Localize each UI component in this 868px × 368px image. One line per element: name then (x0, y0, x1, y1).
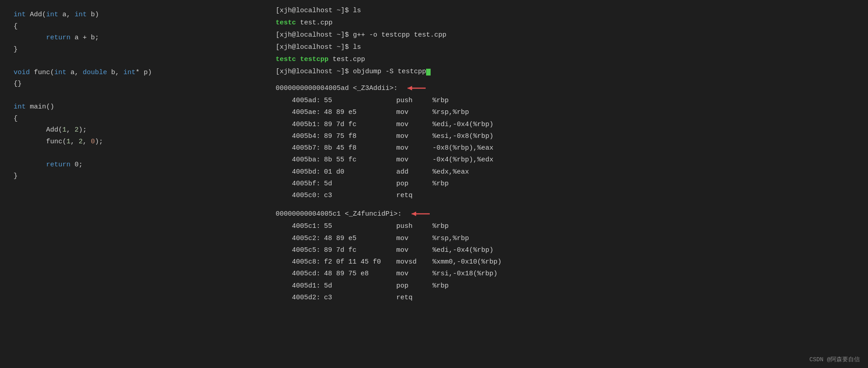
code-line: void func(int a, double b, int* p) (14, 67, 249, 79)
code-line: int main() (14, 101, 249, 113)
svg-marker-3 (412, 212, 416, 216)
code-line (14, 55, 249, 67)
svg-marker-1 (408, 86, 412, 90)
asm-row: 4005d2:c3retq (276, 292, 505, 304)
terminal-line: testc testcpp test.cpp (276, 53, 854, 66)
asm-row: 4005c1:55push%rbp (276, 221, 505, 232)
right-panel: [xjh@localhost ~]$ lstestc test.cpp[xjh@… (262, 0, 868, 368)
asm-row: 4005b4:89 75 f8mov%esi,-0x8(%rbp) (276, 131, 497, 142)
code-line: int Add(int a, int b) (14, 9, 249, 21)
asm-section-header: 00000000004005c1 <_Z4funcidPi>: (276, 209, 854, 219)
source-code: int Add(int a, int b){ return a + b;} vo… (14, 9, 249, 182)
asm-row: 4005ae:48 89 e5mov%rsp,%rbp (276, 107, 497, 118)
code-line: {} (14, 78, 249, 90)
asm-row: 4005bf:5dpop%rbp (276, 178, 497, 190)
watermark: CSDN @阿森要自信 (809, 355, 860, 363)
asm-row: 4005c0:c3retq (276, 190, 497, 202)
asm-row: 4005c2:48 89 e5mov%rsp,%rbp (276, 233, 505, 245)
code-line: { (14, 21, 249, 33)
code-line: } (14, 44, 249, 56)
asm-section-header: 0000000000004005ad <_Z3Addii>: (276, 83, 854, 93)
asm-row: 4005b7:8b 45 f8mov-0x8(%rbp),%eax (276, 142, 497, 154)
asm-table: 4005ad:55push%rbp 4005ae:48 89 e5mov%rsp… (276, 95, 497, 202)
asm-row: 4005d1:5dpop%rbp (276, 280, 505, 292)
asm-row: 4005c8:f2 0f 11 45 f0movsd%xmm0,-0x10(%r… (276, 256, 505, 268)
code-line: return a + b; (14, 32, 249, 44)
terminal-line: testc test.cpp (276, 17, 854, 29)
terminal-line: [xjh@localhost ~]$ ls (276, 5, 854, 17)
code-line: } (14, 170, 249, 182)
terminal-line: [xjh@localhost ~]$ ls (276, 41, 854, 53)
terminal-line: [xjh@localhost ~]$ objdump -S testcpp (276, 66, 854, 78)
code-line (14, 90, 249, 102)
asm-row: 4005c5:89 7d fcmov%edi,-0x4(%rbp) (276, 245, 505, 256)
code-line: { (14, 113, 249, 125)
asm-row: 4005ad:55push%rbp (276, 95, 497, 107)
asm-row: 4005cd:48 89 75 e8mov%rsi,-0x18(%rbp) (276, 268, 505, 280)
arrow-icon (408, 209, 431, 219)
terminal-line: [xjh@localhost ~]$ g++ -o testcpp test.c… (276, 29, 854, 41)
asm-row: 4005b1:89 7d fcmov%edi,-0x4(%rbp) (276, 119, 497, 131)
left-panel: int Add(int a, int b){ return a + b;} vo… (0, 0, 262, 368)
asm-row: 4005ba:8b 55 fcmov-0x4(%rbp),%edx (276, 154, 497, 166)
code-line: Add(1, 2); (14, 124, 249, 136)
terminal-cursor (426, 69, 431, 75)
code-line: return 0; (14, 159, 249, 171)
asm-sections: 0000000000004005ad <_Z3Addii>: 4005ad:55… (276, 83, 854, 304)
code-line: func(1, 2, 0); (14, 136, 249, 148)
terminal-block: [xjh@localhost ~]$ lstestc test.cpp[xjh@… (276, 5, 854, 78)
asm-table: 4005c1:55push%rbp 4005c2:48 89 e5mov%rsp… (276, 221, 505, 304)
code-line (14, 147, 249, 159)
arrow-icon (404, 83, 427, 93)
asm-row: 4005bd:01 d0add%edx,%eax (276, 166, 497, 178)
